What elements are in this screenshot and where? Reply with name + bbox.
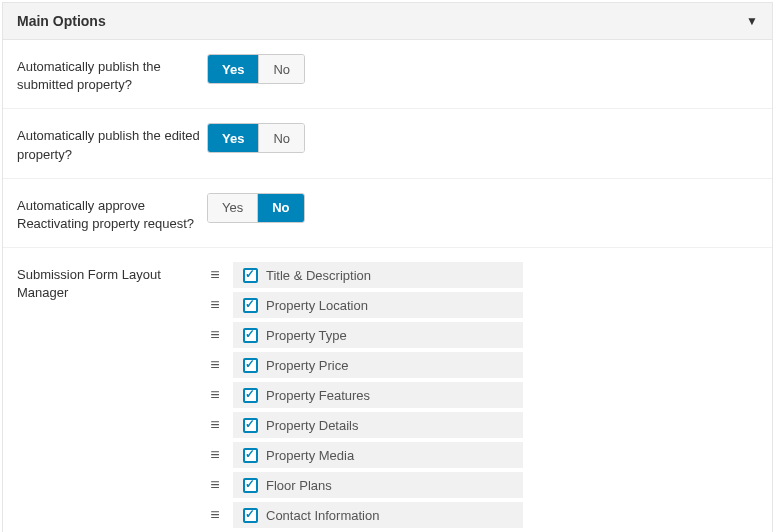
toggle-yes[interactable]: Yes — [208, 194, 257, 222]
layout-item-label: Property Features — [266, 388, 370, 403]
field-auto-publish-submitted: Automatically publish the submitted prop… — [3, 40, 772, 109]
layout-checkbox[interactable] — [243, 328, 258, 343]
toggle-auto-approve-reactivate: Yes No — [207, 193, 305, 223]
layout-box: Property Features — [233, 382, 523, 408]
field-control: Yes No — [207, 123, 758, 153]
field-auto-publish-edited: Automatically publish the edited propert… — [3, 109, 772, 178]
layout-checkbox[interactable] — [243, 388, 258, 403]
layout-box: Property Media — [233, 442, 523, 468]
layout-box: Contact Information — [233, 502, 523, 528]
layout-item-label: Property Details — [266, 418, 358, 433]
toggle-auto-publish-submitted: Yes No — [207, 54, 305, 84]
layout-item[interactable]: ≡Title & Description — [207, 262, 758, 288]
field-label: Automatically publish the submitted prop… — [17, 54, 207, 94]
toggle-no[interactable]: No — [257, 194, 303, 222]
layout-item-label: Contact Information — [266, 508, 379, 523]
layout-checkbox[interactable] — [243, 448, 258, 463]
field-layout-manager: Submission Form Layout Manager ≡Title & … — [3, 248, 772, 532]
layout-checkbox[interactable] — [243, 268, 258, 283]
layout-checkbox[interactable] — [243, 508, 258, 523]
toggle-yes[interactable]: Yes — [208, 55, 258, 83]
panel-body: Automatically publish the submitted prop… — [3, 40, 772, 532]
layout-checkbox[interactable] — [243, 478, 258, 493]
layout-item[interactable]: ≡Property Price — [207, 352, 758, 378]
layout-item-label: Property Media — [266, 448, 354, 463]
layout-box: Property Location — [233, 292, 523, 318]
layout-box: Property Details — [233, 412, 523, 438]
drag-handle-icon[interactable]: ≡ — [207, 327, 223, 343]
layout-checkbox[interactable] — [243, 418, 258, 433]
field-auto-approve-reactivate: Automatically approve Reactivating prope… — [3, 179, 772, 248]
layout-item[interactable]: ≡Property Features — [207, 382, 758, 408]
layout-box: Property Price — [233, 352, 523, 378]
layout-item[interactable]: ≡Property Type — [207, 322, 758, 348]
toggle-no[interactable]: No — [258, 55, 304, 83]
drag-handle-icon[interactable]: ≡ — [207, 447, 223, 463]
layout-item[interactable]: ≡Property Media — [207, 442, 758, 468]
layout-list: ≡Title & Description≡Property Location≡P… — [207, 262, 758, 528]
layout-item[interactable]: ≡Contact Information — [207, 502, 758, 528]
drag-handle-icon[interactable]: ≡ — [207, 297, 223, 313]
toggle-auto-publish-edited: Yes No — [207, 123, 305, 153]
panel-title: Main Options — [17, 13, 106, 29]
field-control: Yes No — [207, 54, 758, 84]
layout-checkbox[interactable] — [243, 298, 258, 313]
field-label: Automatically publish the edited propert… — [17, 123, 207, 163]
layout-item-label: Floor Plans — [266, 478, 332, 493]
layout-box: Title & Description — [233, 262, 523, 288]
layout-item-label: Title & Description — [266, 268, 371, 283]
toggle-yes[interactable]: Yes — [208, 124, 258, 152]
layout-item[interactable]: ≡Property Details — [207, 412, 758, 438]
layout-item-label: Property Type — [266, 328, 347, 343]
layout-checkbox[interactable] — [243, 358, 258, 373]
drag-handle-icon[interactable]: ≡ — [207, 417, 223, 433]
layout-item-label: Property Price — [266, 358, 348, 373]
drag-handle-icon[interactable]: ≡ — [207, 357, 223, 373]
collapse-icon: ▼ — [746, 14, 758, 28]
toggle-no[interactable]: No — [258, 124, 304, 152]
layout-box: Floor Plans — [233, 472, 523, 498]
field-label: Automatically approve Reactivating prope… — [17, 193, 207, 233]
layout-item[interactable]: ≡Floor Plans — [207, 472, 758, 498]
field-label: Submission Form Layout Manager — [17, 262, 207, 302]
drag-handle-icon[interactable]: ≡ — [207, 507, 223, 523]
field-control: ≡Title & Description≡Property Location≡P… — [207, 262, 758, 532]
field-control: Yes No — [207, 193, 758, 223]
main-options-panel: Main Options ▼ Automatically publish the… — [2, 2, 773, 532]
drag-handle-icon[interactable]: ≡ — [207, 477, 223, 493]
layout-item[interactable]: ≡Property Location — [207, 292, 758, 318]
layout-box: Property Type — [233, 322, 523, 348]
panel-header[interactable]: Main Options ▼ — [3, 3, 772, 40]
layout-item-label: Property Location — [266, 298, 368, 313]
drag-handle-icon[interactable]: ≡ — [207, 387, 223, 403]
drag-handle-icon[interactable]: ≡ — [207, 267, 223, 283]
